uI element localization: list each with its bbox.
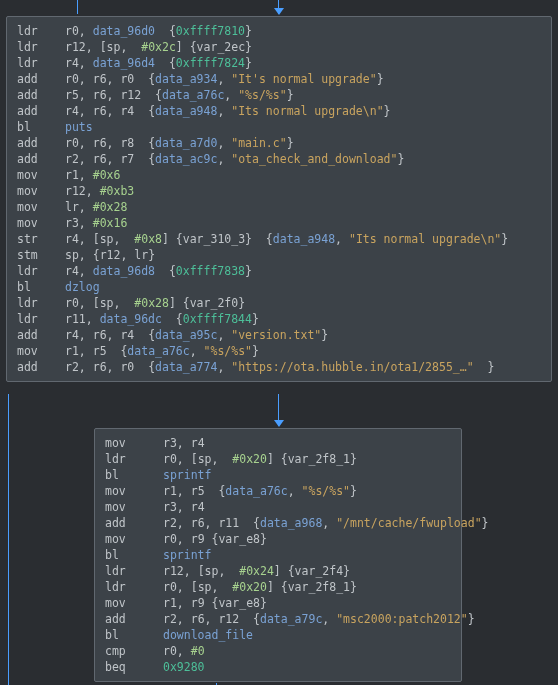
op-data[interactable]: data_a948 [155,104,217,118]
mnemonic: mov [105,595,163,611]
op-reg: r4 [120,104,134,118]
disasm-line[interactable]: movr3, r4 [105,435,451,451]
disasm-line[interactable]: blputs [17,119,541,135]
disasm-line[interactable]: ldrr0, [sp, #0x20] {var_2f8_1} [105,579,451,595]
op-punc: , [86,184,100,198]
op-punc: , [217,136,231,150]
disasm-line[interactable]: ldrr12, [sp, #0x24] {var_2f4} [105,563,451,579]
op-str: "%s/%s" [238,88,286,102]
op-reg: r12 [65,184,86,198]
op-addr[interactable]: 0xffff7824 [176,56,245,70]
op-data[interactable]: data_a76c [162,88,224,102]
disasm-block-1[interactable]: ldrr0, data_96d0 {0xffff7810}ldrr12, [sp… [6,16,552,382]
disasm-line[interactable]: ldrr0, [sp, #0x20] {var_2f8_1} [105,451,451,467]
op-call[interactable]: download_file [163,628,253,642]
op-var[interactable]: var_310_3 [183,232,245,246]
disasm-block-2[interactable]: movr3, r4ldrr0, [sp, #0x20] {var_2f8_1}b… [94,428,462,682]
mnemonic: mov [105,435,163,451]
disasm-line[interactable]: stmsp, {r12, lr} [17,247,541,263]
disasm-line[interactable]: cmpr0, #0 [105,643,451,659]
op-str: "main.c" [231,136,286,150]
disasm-line[interactable]: ldrr0, data_96d0 {0xffff7810} [17,23,541,39]
op-data[interactable]: data_ac9c [155,152,217,166]
disasm-line[interactable]: movr3, #0x16 [17,215,541,231]
disasm-line[interactable]: bldownload_file [105,627,451,643]
disasm-line[interactable]: addr2, r6, r11 {data_a968, "/mnt/cache/f… [105,515,451,531]
op-data[interactable]: data_a95c [155,328,217,342]
op-reg: r4 [191,436,205,450]
disasm-line[interactable]: movr1, r9 {var_e8} [105,595,451,611]
op-num: #0 [191,644,205,658]
mnemonic: ldr [105,579,163,595]
op-data[interactable]: data_a968 [260,516,322,530]
mnemonic: str [17,231,65,247]
op-punc: { [134,72,155,86]
disasm-line[interactable]: movr1, r5 {data_a76c, "%s/%s"} [105,483,451,499]
op-reg: r5 [191,484,205,498]
op-num: #0x28 [134,296,169,310]
op-data[interactable]: data_96d8 [93,264,155,278]
op-punc: } { [245,232,273,246]
op-data[interactable]: data_a76c [127,344,189,358]
disasm-line[interactable]: movlr, #0x28 [17,199,541,215]
disasm-line[interactable]: movr1, r5 {data_a76c, "%s/%s"} [17,343,541,359]
op-call[interactable]: sprintf [163,468,211,482]
op-data[interactable]: data_a7d0 [155,136,217,150]
op-punc: { [134,152,155,166]
op-data[interactable]: data_a948 [273,232,335,246]
disasm-line[interactable]: movr3, r4 [105,499,451,515]
disasm-line[interactable]: blsprintf [105,467,451,483]
op-reg: r9 [191,532,205,546]
op-addr[interactable]: 0x9280 [163,660,205,674]
op-var[interactable]: var_2f8_1 [288,452,350,466]
op-addr[interactable]: 0xffff7838 [176,264,245,278]
disasm-line[interactable]: addr2, r6, r7 {data_ac9c, "ota_check_and… [17,151,541,167]
disasm-line[interactable]: movr0, r9 {var_e8} [105,531,451,547]
disasm-line[interactable]: ldrr0, [sp, #0x28] {var_2f0} [17,295,541,311]
disasm-line[interactable]: movr1, #0x6 [17,167,541,183]
disasm-line[interactable]: beq0x9280 [105,659,451,675]
mnemonic: ldr [105,563,163,579]
op-var[interactable]: var_2f0 [190,296,238,310]
op-reg: r1 [163,484,177,498]
op-data[interactable]: data_96dc [100,312,162,326]
mnemonic: ldr [17,23,65,39]
disasm-line[interactable]: addr0, r6, r0 {data_a934, "It's normal u… [17,71,541,87]
disasm-line[interactable]: addr0, r6, r8 {data_a7d0, "main.c"} [17,135,541,151]
op-data[interactable]: data_96d4 [93,56,155,70]
op-reg: r4 [65,104,79,118]
op-call[interactable]: dzlog [65,280,100,294]
op-data[interactable]: data_a76c [225,484,287,498]
disasm-line[interactable]: ldrr4, data_96d8 {0xffff7838} [17,263,541,279]
op-data[interactable]: data_a79c [260,612,322,626]
op-data[interactable]: data_96d0 [93,24,155,38]
op-var[interactable]: var_e8 [218,532,260,546]
disasm-line[interactable]: bldzlog [17,279,541,295]
disasm-line[interactable]: movr12, #0xb3 [17,183,541,199]
op-var[interactable]: var_e8 [218,596,260,610]
disasm-line[interactable]: addr5, r6, r12 {data_a76c, "%s/%s"} [17,87,541,103]
op-call[interactable]: sprintf [163,548,211,562]
disasm-line[interactable]: addr2, r6, r12 {data_a79c, "msc2000:patc… [105,611,451,627]
op-var[interactable]: var_2f8_1 [288,580,350,594]
disasm-line[interactable]: blsprintf [105,547,451,563]
op-call[interactable]: puts [65,120,93,134]
disasm-line[interactable]: addr2, r6, r0 {data_a774, "https://ota.h… [17,359,541,375]
op-reg: sp [205,564,219,578]
op-punc: { [134,328,155,342]
op-var[interactable]: var_2ec [197,40,245,54]
op-reg: r6 [93,328,107,342]
op-addr[interactable]: 0xffff7844 [183,312,252,326]
disasm-line[interactable]: addr4, r6, r4 {data_a948, "Its normal up… [17,103,541,119]
disasm-line[interactable]: strr4, [sp, #0x8] {var_310_3} {data_a948… [17,231,541,247]
disasm-line[interactable]: ldrr11, data_96dc {0xffff7844} [17,311,541,327]
op-data[interactable]: data_a774 [155,360,217,374]
op-addr[interactable]: 0xffff7810 [176,24,245,38]
op-var[interactable]: var_2f4 [295,564,343,578]
op-data[interactable]: data_a934 [155,72,217,86]
op-punc: , [79,344,93,358]
disasm-line[interactable]: ldrr12, [sp, #0x2c] {var_2ec} [17,39,541,55]
disasm-line[interactable]: ldrr4, data_96d4 {0xffff7824} [17,55,541,71]
op-reg: r0 [163,532,177,546]
disasm-line[interactable]: addr4, r6, r4 {data_a95c, "version.txt"} [17,327,541,343]
